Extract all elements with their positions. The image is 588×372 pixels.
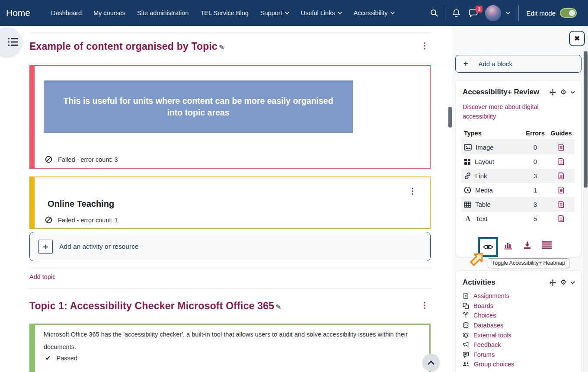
heatmap-warning-block: ⋮ Online Teaching Failed - error count: … [29,176,431,229]
table-icon [464,202,471,208]
nav-useful-links-dropdown[interactable]: Useful Links [301,10,342,16]
move-icon[interactable] [549,89,556,96]
accessibility-status: Failed - error count: 3 [45,156,118,163]
add-block-button[interactable]: + Add a block [455,55,582,73]
topic1-menu-kebab-icon[interactable]: ⋮ [418,300,431,310]
nav-tel-service-blog[interactable]: TEL Service Blog [200,10,248,16]
activity-link-feedback[interactable]: Feedback [463,340,574,350]
choices-icon [463,312,469,319]
media-icon [464,186,471,194]
activity-link-boards[interactable]: Boards [463,301,574,311]
plus-icon: + [38,240,53,254]
activity-link-assignments[interactable]: Assignments [463,291,574,301]
nav-dashboard[interactable]: Dashboard [51,10,82,16]
search-icon [430,9,438,17]
notifications-button[interactable] [449,4,463,22]
page-scrollbar-thumb[interactable] [584,51,588,188]
guide-link[interactable] [548,186,575,194]
section-menu-kebab-icon[interactable]: ⋮ [418,41,431,51]
bell-icon [452,9,461,18]
activity-menu-kebab-icon[interactable]: ⋮ [406,186,419,196]
heatmap-tooltip: Toggle Accessibility+ Heatmap [488,258,569,268]
failed-icon [45,156,52,163]
activity-link-choices[interactable]: Choices [463,311,574,321]
activity-label: Assignments [473,292,509,299]
edit-mode-toggle[interactable] [560,8,577,18]
guide-link[interactable] [548,172,575,180]
plus-icon: + [463,59,468,68]
page-scrollbar[interactable] [583,26,588,372]
add-activity-label: Add an activity or resource [59,243,139,250]
block-title: Activities [463,278,495,287]
guide-link[interactable] [548,144,575,151]
heatmap-passed-block: Microsoft Office 365 has the 'accessibil… [29,324,431,372]
table-row: Image 0 [461,140,575,154]
activity-link-external-tools[interactable]: External tools [463,330,574,340]
chevron-down-icon [506,12,510,14]
discover-accessibility-link[interactable]: Discover more about digital accessibilit… [463,102,554,121]
close-drawer-button[interactable]: ✖ [569,31,585,46]
heatmap-red-bar [30,66,35,168]
check-icon: ✔ [45,354,51,362]
user-menu-caret[interactable] [504,4,512,22]
download-report-button[interactable] [523,241,531,251]
status-text: Failed - error count: 3 [58,156,118,163]
nav-accessibility-dropdown[interactable]: Accessibility [354,10,395,16]
collapse-chevron-icon[interactable] [570,281,575,284]
activities-block: Activities ⚙ Assignments Boards Choices [455,270,582,372]
heatmap-failed-block: This is useful for units where content c… [29,65,431,169]
navbar-right: 3 Edit mode [427,0,588,26]
section-title: Example of content organised by Topic [29,41,217,52]
nav-site-administration[interactable]: Site administration [137,10,189,16]
error-list-button[interactable] [542,241,552,250]
header-guides: Guides [548,130,575,137]
divider [445,5,445,21]
guide-link[interactable] [548,215,575,222]
header-types: Types [464,130,523,137]
group-choices-icon [463,361,470,367]
gear-icon[interactable]: ⚙ [560,279,566,286]
guide-link[interactable] [548,201,575,208]
block-controls: ⚙ [549,89,575,96]
activity-label: External tools [473,332,511,339]
avatar[interactable] [485,5,501,21]
chart-report-button[interactable] [504,241,513,251]
block-header: Accessibility+ Review ⚙ [456,80,581,96]
section-divider [29,32,431,32]
activity-name[interactable]: Online Teaching [48,199,114,209]
gear-icon[interactable]: ⚙ [560,89,566,96]
move-icon[interactable] [549,279,556,286]
accessibility-review-block: Accessibility+ Review ⚙ Discover more ab… [455,80,582,257]
guide-document-icon [558,144,564,151]
error-count: 3 [523,201,548,208]
content-scrollbar-thumb[interactable] [448,107,452,128]
table-row: Table 3 [461,197,575,212]
add-activity-button[interactable]: + Add an activity or resource [29,232,431,261]
chevron-up-icon [428,360,435,365]
activity-label: Boards [473,302,493,309]
home-link[interactable]: Home [6,8,30,18]
collapse-chevron-icon[interactable] [570,91,575,94]
guide-link[interactable] [548,158,575,165]
type-label: Link [475,172,487,180]
edit-title-pencil-icon[interactable]: ✎ [275,303,281,311]
search-button[interactable] [427,4,441,22]
add-topic-link[interactable]: Add topic [29,273,55,280]
section-title-wrap: Example of content organised by Topic✎ [29,41,225,52]
activity-link-group-choices[interactable]: Group choices [463,359,574,369]
chevron-down-icon [390,12,395,14]
section-divider [29,289,431,289]
activity-link-forums[interactable]: Forums [463,350,574,360]
nav-my-courses[interactable]: My courses [93,10,125,16]
bar-chart-icon [504,241,513,250]
scroll-to-top-button[interactable] [422,354,440,371]
type-label: Text [476,215,488,222]
edit-title-pencil-icon[interactable]: ✎ [219,44,224,51]
activity-link-databases[interactable]: Databases [463,321,574,330]
banner-text: This is useful for units where content c… [60,95,337,119]
open-course-index-button[interactable] [0,27,22,57]
accessibility-table: Types Errors Guides Image 0 Layout [461,128,575,226]
message-count-badge: 3 [476,6,483,13]
nav-support-dropdown[interactable]: Support [260,10,289,16]
messages-button[interactable]: 3 [466,4,481,22]
